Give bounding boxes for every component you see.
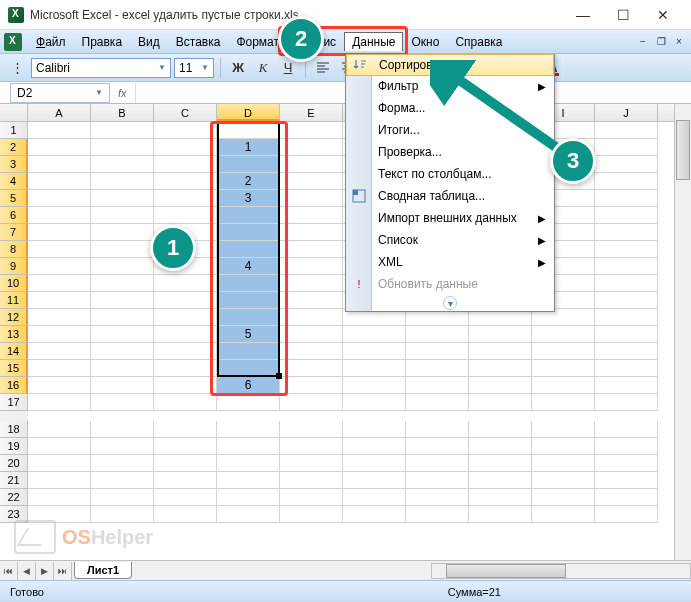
cell-E11[interactable] <box>280 292 343 309</box>
cell-D15[interactable] <box>217 360 280 377</box>
cell-G16[interactable] <box>406 377 469 394</box>
menu-help[interactable]: Справка <box>447 32 510 52</box>
row-header-7[interactable]: 7 <box>0 224 28 241</box>
cell-A10[interactable] <box>28 275 91 292</box>
cell-E18[interactable] <box>280 421 343 438</box>
cell-A18[interactable] <box>28 421 91 438</box>
cell-E4[interactable] <box>280 173 343 190</box>
row-header-16[interactable]: 16 <box>0 377 28 394</box>
cell-D6[interactable] <box>217 207 280 224</box>
cell-E14[interactable] <box>280 343 343 360</box>
cell-B2[interactable] <box>91 139 154 156</box>
cell-A7[interactable] <box>28 224 91 241</box>
column-header-D[interactable]: D <box>217 104 280 121</box>
cell-H13[interactable] <box>469 326 532 343</box>
cell-J16[interactable] <box>595 377 658 394</box>
cell-B11[interactable] <box>91 292 154 309</box>
cell-A6[interactable] <box>28 207 91 224</box>
cell-H23[interactable] <box>469 506 532 523</box>
row-header-14[interactable]: 14 <box>0 343 28 360</box>
cell-D13[interactable]: 5 <box>217 326 280 343</box>
cell-J6[interactable] <box>595 207 658 224</box>
cell-I14[interactable] <box>532 343 595 360</box>
cell-E23[interactable] <box>280 506 343 523</box>
cell-B13[interactable] <box>91 326 154 343</box>
cell-E1[interactable] <box>280 122 343 139</box>
cell-J18[interactable] <box>595 421 658 438</box>
cell-D1[interactable] <box>217 122 280 139</box>
cell-H19[interactable] <box>469 438 532 455</box>
cell-A9[interactable] <box>28 258 91 275</box>
cell-D12[interactable] <box>217 309 280 326</box>
cell-J2[interactable] <box>595 139 658 156</box>
cell-J9[interactable] <box>595 258 658 275</box>
menu-item-list[interactable]: Список ▶ <box>346 229 554 251</box>
row-header-17[interactable]: 17 <box>0 394 28 411</box>
cell-B22[interactable] <box>91 489 154 506</box>
cell-E5[interactable] <box>280 190 343 207</box>
cell-J14[interactable] <box>595 343 658 360</box>
align-left-button[interactable] <box>312 57 334 79</box>
cell-C21[interactable] <box>154 472 217 489</box>
cell-B16[interactable] <box>91 377 154 394</box>
cell-B15[interactable] <box>91 360 154 377</box>
cell-C15[interactable] <box>154 360 217 377</box>
cell-C4[interactable] <box>154 173 217 190</box>
cell-E19[interactable] <box>280 438 343 455</box>
cell-D21[interactable] <box>217 472 280 489</box>
cell-F15[interactable] <box>343 360 406 377</box>
cell-C1[interactable] <box>154 122 217 139</box>
cell-J22[interactable] <box>595 489 658 506</box>
cell-B17[interactable] <box>91 394 154 411</box>
tab-nav-next[interactable]: ▶ <box>36 562 54 580</box>
cell-J21[interactable] <box>595 472 658 489</box>
cell-D16[interactable]: 6 <box>217 377 280 394</box>
cell-C2[interactable] <box>154 139 217 156</box>
cell-E9[interactable] <box>280 258 343 275</box>
cell-A5[interactable] <box>28 190 91 207</box>
cell-F21[interactable] <box>343 472 406 489</box>
cell-G21[interactable] <box>406 472 469 489</box>
menu-insert[interactable]: Вставка <box>168 32 229 52</box>
cell-E21[interactable] <box>280 472 343 489</box>
row-header-21[interactable]: 21 <box>0 472 28 489</box>
cell-E17[interactable] <box>280 394 343 411</box>
vertical-scrollbar[interactable] <box>674 104 691 560</box>
cell-B7[interactable] <box>91 224 154 241</box>
menu-item-pivot[interactable]: Сводная таблица... <box>346 185 554 207</box>
font-select[interactable]: Calibri ▼ <box>31 58 171 78</box>
cell-H21[interactable] <box>469 472 532 489</box>
row-header-12[interactable]: 12 <box>0 309 28 326</box>
tab-nav-last[interactable]: ⏭ <box>54 562 72 580</box>
cell-D14[interactable] <box>217 343 280 360</box>
cell-A3[interactable] <box>28 156 91 173</box>
row-header-2[interactable]: 2 <box>0 139 28 156</box>
excel-doc-icon[interactable] <box>4 33 22 51</box>
row-header-13[interactable]: 13 <box>0 326 28 343</box>
menu-view[interactable]: Вид <box>130 32 168 52</box>
cell-A22[interactable] <box>28 489 91 506</box>
cell-J4[interactable] <box>595 173 658 190</box>
cell-B18[interactable] <box>91 421 154 438</box>
cell-A21[interactable] <box>28 472 91 489</box>
cell-I22[interactable] <box>532 489 595 506</box>
cell-B8[interactable] <box>91 241 154 258</box>
vertical-scrollbar-thumb[interactable] <box>676 120 690 180</box>
cell-F16[interactable] <box>343 377 406 394</box>
cell-E2[interactable] <box>280 139 343 156</box>
doc-restore-button[interactable]: ❐ <box>653 35 669 49</box>
cell-D2[interactable]: 1 <box>217 139 280 156</box>
cell-F20[interactable] <box>343 455 406 472</box>
column-header-E[interactable]: E <box>280 104 343 121</box>
cell-A17[interactable] <box>28 394 91 411</box>
cell-B21[interactable] <box>91 472 154 489</box>
cell-C17[interactable] <box>154 394 217 411</box>
cell-D17[interactable] <box>217 394 280 411</box>
cell-J1[interactable] <box>595 122 658 139</box>
row-header-9[interactable]: 9 <box>0 258 28 275</box>
cell-D7[interactable] <box>217 224 280 241</box>
cell-A19[interactable] <box>28 438 91 455</box>
cell-B1[interactable] <box>91 122 154 139</box>
cell-C16[interactable] <box>154 377 217 394</box>
cell-J23[interactable] <box>595 506 658 523</box>
